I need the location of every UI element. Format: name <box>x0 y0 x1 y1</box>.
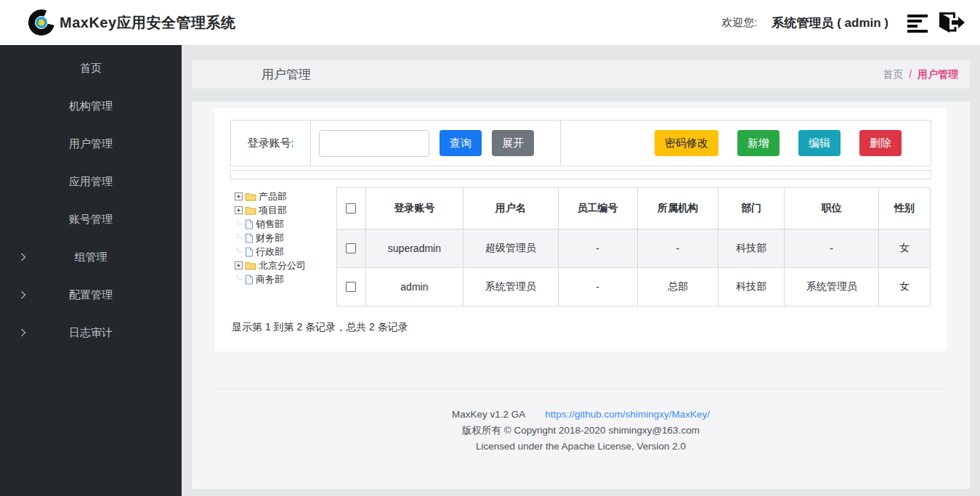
sidebar-item-label: 首页 <box>80 62 102 76</box>
column-header-department: 部门 <box>718 188 785 229</box>
sidebar: 首页 机构管理 用户管理 应用管理 账号管理 组管理 配置管理 <box>0 45 182 496</box>
tree-node-label: 商务部 <box>256 273 284 286</box>
menu-list-icon[interactable] <box>906 11 931 34</box>
footer-license: Licensed under the Apache License, Versi… <box>192 439 970 455</box>
current-user: 系统管理员 ( admin ) <box>772 15 888 31</box>
login-account-input[interactable] <box>319 130 429 157</box>
column-header-position: 职位 <box>785 188 879 229</box>
breadcrumb-separator: / <box>909 68 912 80</box>
tree-connector <box>235 248 243 256</box>
file-icon <box>245 247 254 257</box>
row-checkbox[interactable] <box>346 282 356 292</box>
brand: MaxKey应用安全管理系统 <box>26 7 236 38</box>
sidebar-item-log-audit[interactable]: 日志审计 <box>0 314 182 351</box>
file-icon <box>245 219 254 229</box>
tree-node-label: 北京分公司 <box>259 259 306 272</box>
file-icon <box>245 275 254 285</box>
tree-node-label: 财务部 <box>256 232 284 245</box>
tree-node-finance-dept[interactable]: 财务部 <box>235 231 336 245</box>
breadcrumb-home-link[interactable]: 首页 <box>883 68 903 80</box>
row-checkbox[interactable] <box>346 243 356 253</box>
page-titlebar: 用户管理 首页 / 用户管理 <box>192 60 970 89</box>
user-management-card: 登录账号: 查询 展开 密码修改 新增 编辑 删除 <box>214 107 947 351</box>
welcome-label: 欢迎您: <box>721 16 757 30</box>
table-row[interactable]: superadmin 超级管理员 - - 科技部 - 女 <box>337 229 931 268</box>
content-panel: 登录账号: 查询 展开 密码修改 新增 编辑 删除 <box>192 102 970 489</box>
tree-node-business-dept[interactable]: 商务部 <box>235 272 336 286</box>
delete-button[interactable]: 删除 <box>859 130 902 156</box>
query-button[interactable]: 查询 <box>440 130 482 156</box>
app-title: MaxKey应用安全管理系统 <box>60 13 236 33</box>
footer-copyright: 版权所有 © Copyright 2018-2020 shimingxy@163… <box>192 423 970 439</box>
sidebar-item-account-management[interactable]: 账号管理 <box>0 200 182 238</box>
tree-node-label: 销售部 <box>256 218 284 231</box>
app-header: MaxKey应用安全管理系统 欢迎您: 系统管理员 ( admin ) <box>0 0 980 45</box>
users-table: 登录账号 用户名 员工编号 所属机构 部门 职位 性别 <box>336 187 931 306</box>
cell-gender: 女 <box>879 229 931 268</box>
sidebar-item-label: 配置管理 <box>69 288 113 302</box>
column-header-organization: 所属机构 <box>637 188 718 229</box>
cell-position: - <box>785 229 879 268</box>
tree-node-admin-dept[interactable]: 行政部 <box>235 245 336 259</box>
search-field-label: 登录账号: <box>231 121 311 166</box>
cell-organization: 总部 <box>637 268 718 306</box>
expand-button[interactable]: 展开 <box>492 130 534 156</box>
column-header-username: 用户名 <box>463 188 558 229</box>
file-icon <box>245 233 254 243</box>
tree-node-product-dept[interactable]: 产品部 <box>235 190 336 203</box>
search-toolbar: 登录账号: 查询 展开 密码修改 新增 编辑 删除 <box>230 120 931 166</box>
sidebar-item-user-management[interactable]: 用户管理 <box>0 125 182 163</box>
sidebar-item-label: 账号管理 <box>69 213 113 227</box>
add-button[interactable]: 新增 <box>737 130 779 156</box>
tree-expand-icon[interactable] <box>235 206 243 214</box>
tree-node-label: 项目部 <box>259 204 287 217</box>
select-all-checkbox[interactable] <box>346 203 356 214</box>
sidebar-item-label: 组管理 <box>75 251 108 264</box>
column-header-employee-no: 员工编号 <box>558 188 637 229</box>
cell-organization: - <box>637 229 718 268</box>
sidebar-item-group-management[interactable]: 组管理 <box>0 238 182 276</box>
sidebar-item-config-management[interactable]: 配置管理 <box>0 276 182 314</box>
logout-icon[interactable] <box>936 9 965 36</box>
footer-product-version: MaxKey v1.2 GA <box>452 409 525 420</box>
footer-github-link[interactable]: https://github.com/shimingxy/MaxKey/ <box>545 409 710 420</box>
cell-username: 超级管理员 <box>463 229 558 268</box>
page-title: 用户管理 <box>262 66 311 83</box>
sidebar-item-org-management[interactable]: 机构管理 <box>0 87 182 125</box>
change-password-button[interactable]: 密码修改 <box>655 130 718 156</box>
tree-node-beijing-branch[interactable]: 北京分公司 <box>235 259 336 272</box>
cell-position: 系统管理员 <box>785 268 879 306</box>
tree-node-project-dept[interactable]: 项目部 <box>235 203 336 217</box>
cell-login: superadmin <box>365 229 463 268</box>
tree-expand-icon[interactable] <box>235 192 243 200</box>
sidebar-item-label: 用户管理 <box>69 137 113 151</box>
table-row[interactable]: admin 系统管理员 - 总部 科技部 系统管理员 女 <box>337 268 931 306</box>
tree-node-label: 产品部 <box>259 190 287 203</box>
tree-node-sales-dept[interactable]: 销售部 <box>235 217 336 231</box>
breadcrumb-current: 用户管理 <box>918 68 958 80</box>
tree-expand-icon[interactable] <box>235 261 243 269</box>
tree-connector <box>235 234 243 242</box>
cell-gender: 女 <box>879 268 931 306</box>
tree-node-label: 行政部 <box>256 245 284 259</box>
footer-divider <box>214 389 947 389</box>
org-tree: 产品部 项目部 <box>230 187 336 306</box>
cell-username: 系统管理员 <box>463 268 558 306</box>
cell-employee-no: - <box>558 229 637 268</box>
chevron-right-icon <box>20 253 26 261</box>
pagination-summary: 显示第 1 到第 2 条记录，总共 2 条记录 <box>230 321 931 334</box>
table-header-row: 登录账号 用户名 员工编号 所属机构 部门 职位 性别 <box>337 188 931 229</box>
app-footer: MaxKey v1.2 GA https://github.com/shimin… <box>192 407 970 455</box>
main-content: 用户管理 首页 / 用户管理 登录账号: 查询 展开 <box>182 45 980 496</box>
cell-department: 科技部 <box>718 268 785 306</box>
sidebar-item-app-management[interactable]: 应用管理 <box>0 163 182 200</box>
folder-icon <box>245 192 256 201</box>
column-header-login: 登录账号 <box>365 188 463 229</box>
edit-button[interactable]: 编辑 <box>798 130 841 156</box>
collapsed-search-area <box>230 170 931 179</box>
maxkey-logo-icon <box>26 7 57 38</box>
chevron-right-icon <box>20 290 26 299</box>
tree-connector <box>235 275 243 283</box>
tree-connector <box>235 220 243 228</box>
sidebar-item-home[interactable]: 首页 <box>0 49 182 87</box>
